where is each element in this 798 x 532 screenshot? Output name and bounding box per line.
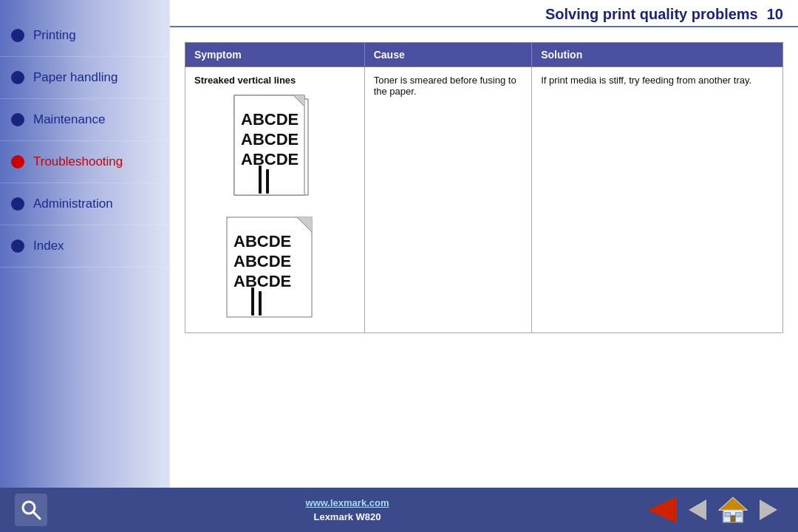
sidebar-label-administration: Administration [33, 197, 113, 211]
svg-marker-27 [760, 499, 777, 520]
svg-rect-7 [259, 166, 262, 194]
svg-text:ABCDE: ABCDE [241, 150, 299, 168]
sidebar-item-maintenance[interactable]: Maintenance [0, 99, 170, 141]
symptom-title: Streaked vertical lines [194, 75, 355, 86]
sidebar-item-printing[interactable]: Printing [0, 15, 170, 57]
col-header-solution: Solution [532, 43, 783, 67]
home-button[interactable] [718, 495, 748, 525]
home-icon [718, 495, 748, 525]
svg-text:ABCDE: ABCDE [241, 130, 299, 149]
footer: www.lexmark.com Lexmark W820 [0, 488, 798, 532]
sidebar-dot-index [11, 239, 24, 253]
nav-prev-button[interactable] [683, 495, 712, 525]
doc-image-2: ABCDE ABCDE ABCDE [223, 214, 327, 321]
nav-next-button[interactable] [754, 495, 783, 525]
sidebar-dot-administration [11, 197, 24, 211]
footer-nav [647, 495, 783, 525]
footer-website-link[interactable]: www.lexmark.com [306, 497, 389, 508]
sidebar-item-index[interactable]: Index [0, 225, 170, 267]
page-number: 10 [767, 6, 783, 23]
footer-model: Lexmark W820 [313, 511, 381, 522]
cause-text: Toner is smeared before fusing to the pa… [374, 75, 516, 97]
sidebar: Printing Paper handling Maintenance Trou… [0, 0, 170, 488]
svg-text:ABCDE: ABCDE [241, 110, 299, 129]
svg-marker-19 [647, 497, 677, 523]
col-header-symptom: Symptom [185, 43, 365, 67]
search-button[interactable] [15, 494, 47, 526]
svg-marker-22 [720, 498, 746, 510]
svg-text:ABCDE: ABCDE [233, 252, 291, 270]
svg-text:ABCDE: ABCDE [233, 232, 291, 250]
sidebar-dot-paper-handling [11, 71, 24, 84]
svg-rect-15 [251, 287, 254, 316]
page-header: Solving print quality problems 10 [170, 0, 798, 27]
svg-line-18 [33, 512, 40, 519]
table-area: Symptom Cause Solution Streaked vertical… [170, 27, 798, 488]
sidebar-label-troubleshooting: Troubleshooting [33, 154, 123, 169]
solution-text: If print media is stiff, try feeding fro… [541, 75, 751, 86]
sidebar-dot-troubleshooting [11, 155, 24, 168]
sidebar-dot-printing [11, 29, 24, 42]
footer-center: www.lexmark.com Lexmark W820 [306, 497, 389, 523]
nav-back-button[interactable] [647, 495, 677, 525]
svg-text:ABCDE: ABCDE [233, 272, 291, 290]
next-arrow-icon [757, 498, 780, 522]
svg-marker-20 [689, 499, 706, 520]
sidebar-label-index: Index [33, 239, 64, 253]
sidebar-dot-maintenance [11, 113, 24, 126]
page-title: Solving print quality problems [545, 6, 758, 23]
sidebar-item-paper-handling[interactable]: Paper handling [0, 57, 170, 99]
symptom-cell: Streaked vertical lines ABCDE [185, 67, 365, 333]
prev-arrow-icon [686, 498, 709, 522]
footer-left [15, 494, 47, 526]
doc-image-1: ABCDE ABCDE ABCDE [231, 92, 319, 199]
svg-rect-8 [266, 169, 269, 194]
solution-cell: If print media is stiff, try feeding fro… [532, 67, 783, 333]
sidebar-label-paper-handling: Paper handling [33, 70, 117, 85]
cause-cell: Toner is smeared before fusing to the pa… [364, 67, 532, 333]
svg-rect-25 [725, 513, 730, 516]
back-arrow-icon [647, 497, 677, 523]
sidebar-label-printing: Printing [33, 28, 76, 43]
col-header-cause: Cause [364, 43, 532, 67]
table-header-row: Symptom Cause Solution [185, 43, 783, 67]
sidebar-label-maintenance: Maintenance [33, 112, 105, 127]
content-area: Solving print quality problems 10 Sympto… [170, 0, 798, 488]
svg-rect-24 [730, 515, 735, 522]
search-icon [19, 498, 43, 522]
content-table: Symptom Cause Solution Streaked vertical… [185, 42, 783, 333]
table-row: Streaked vertical lines ABCDE [185, 67, 783, 333]
sidebar-item-administration[interactable]: Administration [0, 183, 170, 225]
svg-rect-26 [736, 513, 741, 516]
svg-rect-16 [259, 291, 262, 316]
sidebar-item-troubleshooting[interactable]: Troubleshooting [0, 141, 170, 183]
